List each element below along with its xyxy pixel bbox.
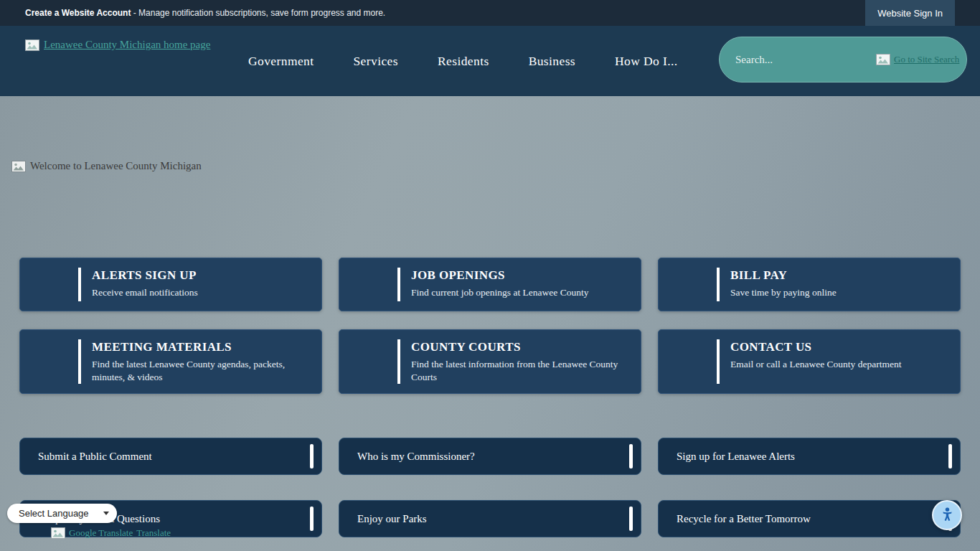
quicklink-label: Sign up for Lenawee Alerts [677,451,795,463]
nav-services[interactable]: Services [353,54,398,69]
google-translate-label: Translate [136,527,171,539]
accessibility-widget-button[interactable] [932,500,962,530]
nav-business[interactable]: Business [529,54,575,69]
google-translate-link[interactable]: Google Translate Translate [51,527,171,539]
nav-government[interactable]: Government [248,54,314,69]
broken-image-icon [51,527,65,539]
card-title: BILL PAY [730,268,947,283]
quicklink-recycle-better-tomorrow[interactable]: Recycle for a Better Tomorrow [658,500,961,537]
nav-residents[interactable]: Residents [438,54,489,69]
card-alerts-sign-up[interactable]: ALERTS SIGN UP Receive email notificatio… [19,258,322,311]
card-subtext: Save time by paying online [730,286,947,299]
nav-how-do-i[interactable]: How Do I... [615,54,678,69]
search-submit-button[interactable]: Go to Site Search [876,37,966,82]
card-subtext: Find the latest Lenawee County agendas, … [92,358,308,383]
language-select-dropdown[interactable]: Select Language [7,504,117,523]
card-title: MEETING MATERIALS [92,340,308,354]
broken-image-icon [25,39,39,51]
accessibility-person-icon [938,506,957,525]
site-logo-link[interactable]: Lenawee County Michigan home page [25,39,210,51]
card-county-courts[interactable]: COUNTY COURTS Find the latest informatio… [339,329,641,394]
top-utility-bar: Create a Website Account - Manage notifi… [0,0,980,26]
chevron-down-icon [103,512,109,515]
search-input[interactable] [720,37,870,82]
card-meeting-materials[interactable]: MEETING MATERIALS Find the latest Lenawe… [19,329,322,394]
card-bill-pay[interactable]: BILL PAY Save time by paying online [658,258,961,311]
quicklink-who-is-my-commissioner[interactable]: Who is my Commissioner? [339,438,641,475]
card-title: CONTACT US [730,340,947,354]
card-subtext: Receive email notifications [92,286,308,299]
website-sign-in-button[interactable]: Website Sign In [865,0,955,26]
broken-image-icon [11,161,26,172]
card-subtext: Find the latest information from the Len… [411,358,628,383]
quicklink-label: Recycle for a Better Tomorrow [677,513,811,525]
logo-alt-text: Lenawee County Michigan home page [44,39,210,51]
card-title: COUNTY COURTS [411,340,628,354]
card-job-openings[interactable]: JOB OPENINGS Find current job openings a… [339,258,641,311]
site-header: Lenawee County Michigan home page Govern… [0,26,980,96]
main-nav: Government Services Residents Business H… [248,26,678,96]
account-description: - Manage notification subscriptions, sav… [131,8,385,18]
card-subtext: Find current job openings at Lenawee Cou… [411,286,628,299]
quicklink-enjoy-our-parks[interactable]: Enjoy our Parks [339,500,641,537]
account-message: Create a Website Account - Manage notifi… [25,8,385,18]
hero-image-alt-text: Welcome to Lenawee County Michigan [30,160,202,172]
create-account-link[interactable]: Create a Website Account [25,8,131,18]
page: Create a Website Account - Manage notifi… [0,0,980,551]
search-box: Go to Site Search [719,37,967,83]
search-button-alt-text: Go to Site Search [894,54,959,65]
google-translate-alt-text: Google Translate [69,527,133,539]
quicklink-sign-up-lenawee-alerts[interactable]: Sign up for Lenawee Alerts [658,438,961,475]
language-select-label: Select Language [19,508,103,519]
card-title: JOB OPENINGS [411,268,628,283]
card-contact-us[interactable]: CONTACT US Email or call a Lenawee Count… [658,329,961,394]
quicklink-submit-public-comment[interactable]: Submit a Public Comment [19,438,322,475]
card-subtext: Email or call a Lenawee County departmen… [730,358,947,371]
quicklink-label: Who is my Commissioner? [357,451,475,463]
broken-image-icon [876,54,890,65]
hero-image: Welcome to Lenawee County Michigan [11,160,202,172]
hero-section: Welcome to Lenawee County Michigan ALERT… [0,96,980,551]
quicklink-label: Submit a Public Comment [38,451,152,463]
quicklink-label: Enjoy our Parks [357,513,427,525]
card-title: ALERTS SIGN UP [92,268,308,283]
